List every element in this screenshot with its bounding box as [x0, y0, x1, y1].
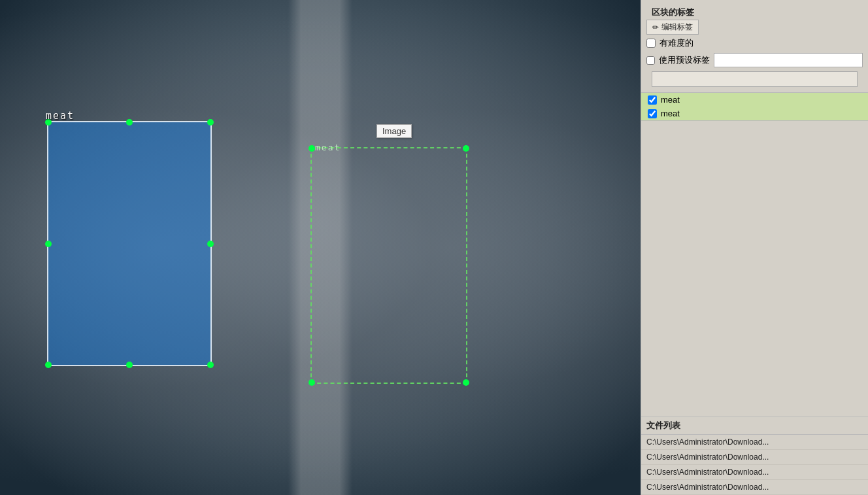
label-item[interactable]: meat — [641, 93, 868, 107]
image-tooltip: Image — [376, 124, 412, 138]
block-label-section: 区块的标签 ✏ 编辑标签 有难度的 使用预设标签 — [641, 0, 868, 93]
difficult-checkbox[interactable] — [646, 39, 656, 48]
preset-checkbox[interactable] — [646, 56, 655, 65]
bbox-left[interactable] — [47, 121, 212, 366]
handle-r-bl[interactable] — [309, 379, 315, 386]
edit-icon: ✏ — [652, 23, 659, 32]
edit-label-text: 编辑标签 — [661, 22, 693, 33]
file-list-section: 文件列表 C:\Users\Administrator\Download...C… — [641, 417, 868, 495]
preset-row: 使用预设标签 — [646, 53, 863, 67]
bbox-right-label: meat — [315, 143, 341, 152]
difficult-label: 有难度的 — [659, 37, 693, 49]
preset-label: 使用预设标签 — [659, 54, 710, 66]
edit-label-button[interactable]: ✏ 编辑标签 — [646, 20, 699, 35]
handle-br[interactable] — [207, 362, 214, 368]
file-item[interactable]: C:\Users\Administrator\Download... — [641, 450, 868, 465]
label-checkbox[interactable] — [648, 109, 657, 118]
label-name: meat — [661, 95, 680, 105]
bbox-right[interactable] — [310, 147, 467, 384]
label-name: meat — [661, 109, 680, 118]
file-list-title: 文件列表 — [641, 417, 868, 435]
difficult-row: 有难度的 — [646, 37, 863, 49]
label-item[interactable]: meat — [641, 107, 868, 120]
block-label-title: 区块的标签 — [646, 4, 863, 20]
file-list: C:\Users\Administrator\Download...C:\Use… — [641, 435, 868, 495]
right-panel: 区块的标签 ✏ 编辑标签 有难度的 使用预设标签 meatmeat 文件列表 C… — [641, 0, 868, 495]
file-item[interactable]: C:\Users\Administrator\Download... — [641, 465, 868, 480]
filter-bar[interactable] — [652, 71, 858, 87]
canvas-area: meat meat Image — [0, 0, 641, 495]
handle-tr[interactable] — [207, 119, 214, 126]
labels-spacer — [641, 121, 868, 417]
file-item[interactable]: C:\Users\Administrator\Download... — [641, 480, 868, 495]
handle-ml[interactable] — [45, 241, 52, 247]
handle-mr[interactable] — [207, 241, 214, 247]
preset-input[interactable] — [714, 53, 863, 67]
labels-list: meatmeat — [641, 93, 868, 121]
handle-r-tr[interactable] — [463, 145, 469, 152]
handle-r-br[interactable] — [463, 379, 469, 386]
bbox-left-label: meat — [46, 110, 75, 122]
handle-bm[interactable] — [126, 362, 133, 368]
file-item[interactable]: C:\Users\Administrator\Download... — [641, 435, 868, 450]
handle-r-tl[interactable] — [309, 145, 315, 152]
handle-tm[interactable] — [126, 119, 133, 126]
handle-bl[interactable] — [45, 362, 52, 368]
label-checkbox[interactable] — [648, 95, 657, 105]
